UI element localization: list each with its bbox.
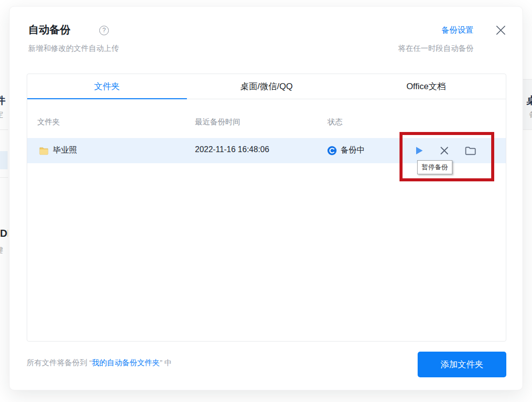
- note-quote-close: ”: [160, 358, 162, 367]
- tab-desktop-wechat-qq[interactable]: 桌面/微信/QQ: [187, 74, 347, 99]
- column-header-status: 状态: [327, 117, 343, 127]
- tab-office-docs[interactable]: Office文档: [346, 74, 506, 99]
- background-row-sliver: [0, 151, 8, 169]
- column-header-last-backup-time: 最近备份时间: [195, 117, 240, 127]
- background-text-fragment: 定: [0, 110, 4, 119]
- auto-backup-dialog: 自动备份 ? 备份设置 新增和修改的文件自动上传 将在任一时段自动备份 文件夹 …: [9, 6, 523, 390]
- add-folder-button[interactable]: 添加文件夹: [418, 352, 506, 377]
- folder-name: 毕业照: [53, 145, 77, 156]
- status-text: 备份中: [341, 145, 365, 156]
- background-divider: [523, 129, 532, 130]
- backup-schedule-hint: 将在任一时段自动备份: [398, 44, 474, 53]
- backup-folder-link[interactable]: 我的自动备份文件夹: [92, 358, 160, 367]
- open-folder-button[interactable]: [464, 146, 475, 156]
- sync-status-icon: [327, 146, 337, 157]
- tooltip-text: 暂停备份: [422, 163, 448, 171]
- background-divider: [523, 79, 532, 80]
- background-divider: [0, 177, 8, 178]
- close-icon: [439, 146, 449, 156]
- note-prefix: 所有文件将备份到: [27, 358, 87, 367]
- close-icon[interactable]: [494, 23, 508, 37]
- backup-settings-link[interactable]: 备份设置: [441, 25, 474, 36]
- tab-folders[interactable]: 文件夹: [27, 74, 187, 99]
- background-text-fragment: 件: [0, 94, 6, 107]
- last-backup-time: 2022-11-16 16:48:06: [195, 145, 269, 154]
- background-text-fragment: 键: [0, 246, 3, 255]
- help-icon[interactable]: ?: [99, 26, 109, 35]
- backup-panel: 文件夹 桌面/微信/QQ Office文档 文件夹 最近备份时间 状态 毕业照 …: [27, 74, 506, 342]
- pause-backup-button[interactable]: [415, 146, 425, 156]
- column-header-folder: 文件夹: [37, 117, 60, 127]
- dialog-title: 自动备份: [28, 23, 71, 37]
- folder-outline-icon: [464, 146, 477, 156]
- background-text-fragment: 桌: [526, 94, 532, 107]
- table-header: 文件夹 最近备份时间 状态: [27, 117, 506, 131]
- folder-icon: [39, 146, 49, 158]
- cancel-backup-button[interactable]: [439, 146, 449, 156]
- background-text-fragment: DI: [0, 228, 8, 239]
- background-left-strip: 件 定 DI 键: [0, 0, 8, 402]
- dialog-subtitle: 新增和修改的文件自动上传: [28, 44, 119, 53]
- play-icon: [415, 146, 424, 156]
- backup-destination-note: 所有文件将备份到 “我的自动备份文件夹” 中: [27, 358, 172, 368]
- note-suffix: 中: [164, 358, 172, 367]
- help-icon-glyph: ?: [102, 27, 106, 34]
- background-divider: [0, 129, 8, 130]
- tooltip: 暂停备份: [417, 160, 452, 174]
- background-text-fragment: 备: [529, 110, 532, 119]
- background-right-strip: 桌 备: [523, 0, 532, 402]
- table-row[interactable]: 毕业照 2022-11-16 16:48:06 备份中: [27, 138, 506, 163]
- tab-bar: 文件夹 桌面/微信/QQ Office文档: [27, 74, 506, 99]
